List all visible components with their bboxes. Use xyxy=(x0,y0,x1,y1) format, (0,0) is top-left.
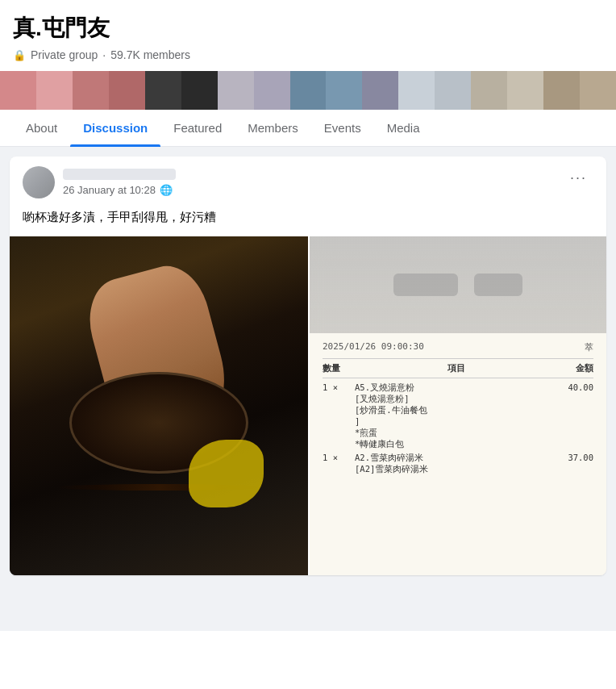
tab-media[interactable]: Media xyxy=(374,110,433,146)
post-header: 26 January at 10:28 🌐 ··· xyxy=(10,157,606,205)
blurred-identity xyxy=(310,236,606,333)
feed: 26 January at 10:28 🌐 ··· 喲杯邊好多漬，手甲刮得甩，好… xyxy=(0,147,616,631)
color-swatch xyxy=(362,71,398,110)
color-swatch xyxy=(543,71,580,110)
more-options-button[interactable]: ··· xyxy=(564,166,593,190)
item2-desc: A2.雪菜肉碎湯米[A2]雪菜肉碎湯米 xyxy=(355,452,557,474)
timestamp-text: 26 January at 10:28 xyxy=(63,184,156,196)
receipt-item-1: 1 × A5.叉燒湯意粉[叉燒湯意粉][炒滑蛋.牛油餐包]*煎蛋*轉健康白包 4… xyxy=(323,382,593,450)
col-price: 金額 xyxy=(557,362,593,374)
color-swatch xyxy=(326,71,362,110)
globe-icon: 🌐 xyxy=(160,184,173,196)
post-timestamp: 26 January at 10:28 🌐 xyxy=(63,184,176,196)
color-swatch xyxy=(398,71,435,110)
color-swatch xyxy=(73,71,109,110)
color-swatch xyxy=(254,71,290,110)
separator: · xyxy=(102,48,106,61)
yellow-object xyxy=(189,440,264,507)
tab-discussion[interactable]: Discussion xyxy=(70,110,160,146)
privacy-label: Private group xyxy=(31,48,98,61)
item1-desc: A5.叉燒湯意粉[叉燒湯意粉][炒滑蛋.牛油餐包]*煎蛋*轉健康白包 xyxy=(355,382,557,450)
color-swatch xyxy=(109,71,145,110)
color-swatch xyxy=(471,71,507,110)
blur-pill-2 xyxy=(474,274,522,296)
color-swatch xyxy=(0,71,36,110)
members-count: 59.7K members xyxy=(110,48,190,61)
tab-members[interactable]: Members xyxy=(235,110,311,146)
group-navigation: About Discussion Featured Members Events… xyxy=(0,110,616,147)
item1-price: 40.00 xyxy=(557,382,593,450)
receipt-timestamp: 2025/01/26 09:00:30 萃 xyxy=(323,341,593,353)
group-title: 真.屯門友 xyxy=(13,13,603,44)
avatar xyxy=(23,166,55,198)
receipt-item-2: 1 × A2.雪菜肉碎湯米[A2]雪菜肉碎湯米 37.00 xyxy=(323,452,593,474)
color-swatch xyxy=(218,71,254,110)
tab-featured[interactable]: Featured xyxy=(160,110,235,146)
color-swatch xyxy=(435,71,471,110)
hand-cup-image xyxy=(10,236,308,575)
cover-photo-colors xyxy=(0,71,616,110)
post-card: 26 January at 10:28 🌐 ··· 喲杯邊好多漬，手甲刮得甩，好… xyxy=(10,157,606,575)
post-images: 2025/01/26 09:00:30 萃 數量 項目 金額 1 × xyxy=(10,236,606,575)
col-item: 項目 xyxy=(355,362,557,374)
item1-qty: 1 × xyxy=(323,382,355,450)
receipt-divider-1 xyxy=(323,358,593,359)
receipt-col-headers: 數量 項目 金額 xyxy=(323,362,593,374)
post-image-right[interactable]: 2025/01/26 09:00:30 萃 數量 項目 金額 1 × xyxy=(308,236,606,575)
receipt-branch: 萃 xyxy=(585,341,593,353)
blur-pill-1 xyxy=(393,274,458,296)
post-image-left[interactable] xyxy=(10,236,308,575)
item2-qty: 1 × xyxy=(323,452,355,474)
page-header: 真.屯門友 🔒 Private group · 59.7K members xyxy=(0,0,616,61)
tab-about[interactable]: About xyxy=(13,110,70,146)
color-swatch xyxy=(580,71,616,110)
author-name-blurred xyxy=(63,169,176,180)
receipt-content: 2025/01/26 09:00:30 萃 數量 項目 金額 1 × xyxy=(310,333,606,575)
lock-icon: 🔒 xyxy=(13,49,26,61)
post-text: 喲杯邊好多漬，手甲刮得甩，好污糟 xyxy=(10,205,606,236)
receipt-divider-2 xyxy=(323,378,593,378)
color-swatch xyxy=(290,71,327,110)
color-swatch xyxy=(36,71,73,110)
author-info: 26 January at 10:28 🌐 xyxy=(63,169,176,196)
color-swatch xyxy=(145,71,181,110)
group-meta: 🔒 Private group · 59.7K members xyxy=(13,48,603,61)
receipt-image: 2025/01/26 09:00:30 萃 數量 項目 金額 1 × xyxy=(310,236,606,575)
tab-events[interactable]: Events xyxy=(311,110,374,146)
blur-inner xyxy=(393,274,522,296)
col-qty: 數量 xyxy=(323,362,355,374)
receipt-datetime: 2025/01/26 09:00:30 xyxy=(323,341,424,353)
color-swatch xyxy=(507,71,543,110)
item2-price: 37.00 xyxy=(557,452,593,474)
color-swatch xyxy=(181,71,218,110)
post-author-area: 26 January at 10:28 🌐 xyxy=(23,166,176,198)
